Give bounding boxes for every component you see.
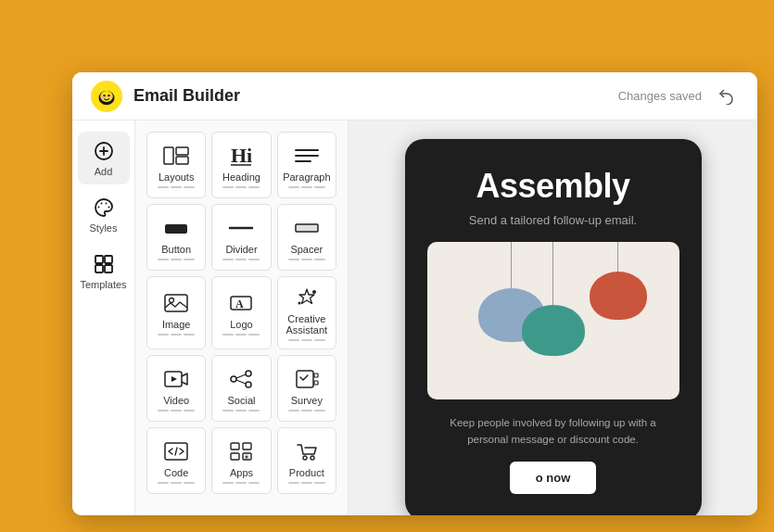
svg-rect-15 bbox=[105, 256, 112, 263]
button-label: Button bbox=[161, 244, 191, 255]
svg-rect-48 bbox=[231, 453, 239, 460]
nav-item-add[interactable]: Add bbox=[78, 132, 130, 184]
svg-point-5 bbox=[101, 95, 105, 98]
svg-rect-18 bbox=[164, 147, 173, 164]
nav-item-templates[interactable]: Templates bbox=[78, 245, 130, 298]
svg-point-30 bbox=[170, 298, 174, 303]
svg-text:A: A bbox=[235, 298, 244, 310]
svg-rect-14 bbox=[95, 256, 103, 263]
divider-label: Divider bbox=[225, 244, 257, 255]
content-grid: Layouts Hi Heading bbox=[146, 132, 336, 494]
layouts-dots bbox=[158, 186, 195, 188]
product-label: Product bbox=[289, 467, 324, 478]
apps-label: Apps bbox=[230, 467, 253, 478]
content-item-image[interactable]: Image bbox=[146, 276, 206, 349]
content-item-button[interactable]: Button bbox=[146, 204, 206, 271]
content-item-spacer[interactable]: Spacer bbox=[277, 204, 336, 271]
mailchimp-logo bbox=[91, 81, 122, 112]
changes-saved-status: Changes saved bbox=[618, 89, 702, 103]
svg-point-38 bbox=[231, 376, 236, 382]
social-label: Social bbox=[228, 395, 256, 406]
code-dots bbox=[158, 482, 195, 484]
code-icon bbox=[161, 440, 191, 462]
svg-point-34 bbox=[298, 302, 300, 305]
templates-icon bbox=[92, 252, 116, 276]
email-preview: Assembly Send a tailored follow-up email… bbox=[405, 139, 702, 515]
header: Email Builder Changes saved bbox=[72, 72, 757, 120]
svg-rect-26 bbox=[165, 224, 187, 234]
heading-dots bbox=[222, 186, 260, 188]
email-subtitle: Send a tailored follow-up email. bbox=[427, 213, 679, 227]
svg-rect-17 bbox=[105, 265, 112, 272]
content-item-code[interactable]: Code bbox=[146, 427, 206, 494]
paragraph-label: Paragraph bbox=[283, 171, 330, 183]
logo-icon: A bbox=[226, 292, 256, 314]
spacer-label: Spacer bbox=[290, 244, 323, 255]
content-item-heading[interactable]: Hi Heading bbox=[211, 132, 271, 198]
svg-rect-29 bbox=[165, 295, 187, 311]
heading-icon: Hi bbox=[226, 145, 256, 167]
button-dots bbox=[158, 259, 195, 260]
svg-point-10 bbox=[97, 207, 99, 209]
nav-item-styles[interactable]: Styles bbox=[78, 188, 130, 241]
spacer-icon bbox=[292, 217, 322, 239]
svg-rect-16 bbox=[95, 265, 103, 272]
svg-rect-46 bbox=[231, 443, 239, 450]
add-icon bbox=[92, 139, 116, 163]
image-icon bbox=[161, 292, 191, 314]
content-item-product[interactable]: Product bbox=[277, 427, 336, 494]
survey-label: Survey bbox=[291, 395, 323, 406]
email-cta-button[interactable]: o now bbox=[510, 462, 597, 494]
svg-rect-20 bbox=[176, 157, 188, 164]
nav-templates-label: Templates bbox=[80, 279, 126, 290]
svg-line-40 bbox=[236, 380, 246, 384]
email-title: Assembly bbox=[427, 167, 679, 206]
video-dots bbox=[158, 410, 195, 412]
svg-point-54 bbox=[311, 456, 314, 460]
apps-icon bbox=[226, 440, 256, 462]
image-dots bbox=[158, 334, 195, 336]
content-item-apps[interactable]: Apps bbox=[211, 427, 271, 494]
svg-point-37 bbox=[246, 382, 251, 387]
svg-rect-28 bbox=[296, 224, 318, 232]
header-title: Email Builder bbox=[133, 86, 618, 106]
content-item-layouts[interactable]: Layouts bbox=[146, 132, 206, 198]
logo-label: Logo bbox=[230, 319, 252, 330]
svg-rect-43 bbox=[314, 381, 318, 385]
content-item-creative-assistant[interactable]: Creative Assistant bbox=[277, 276, 336, 349]
paragraph-dots bbox=[288, 186, 325, 188]
styles-icon bbox=[92, 196, 116, 220]
content-item-social[interactable]: Social bbox=[211, 355, 271, 422]
content-item-video[interactable]: Video bbox=[146, 355, 206, 422]
nav-styles-label: Styles bbox=[90, 222, 118, 234]
email-body-text: Keep people involved by following up wit… bbox=[427, 414, 679, 449]
survey-dots bbox=[288, 410, 325, 412]
content-item-survey[interactable]: Survey bbox=[277, 355, 336, 422]
email-image-box bbox=[427, 242, 679, 399]
social-icon bbox=[226, 368, 256, 390]
product-dots bbox=[288, 482, 325, 484]
content-item-logo[interactable]: A Logo bbox=[211, 276, 271, 349]
layouts-label: Layouts bbox=[159, 171, 195, 183]
creative-assistant-icon bbox=[292, 286, 322, 309]
divider-dots bbox=[222, 259, 260, 260]
app-window: Email Builder Changes saved bbox=[72, 72, 757, 515]
svg-point-12 bbox=[105, 203, 107, 205]
svg-point-13 bbox=[108, 207, 109, 209]
header-right: Changes saved bbox=[618, 83, 739, 109]
content-item-paragraph[interactable]: Paragraph bbox=[277, 132, 336, 198]
svg-point-11 bbox=[100, 203, 102, 205]
content-item-divider[interactable]: Divider bbox=[211, 204, 271, 271]
undo-button[interactable] bbox=[713, 83, 739, 109]
svg-point-33 bbox=[312, 290, 316, 294]
code-label: Code bbox=[164, 467, 188, 478]
product-icon bbox=[292, 440, 322, 462]
svg-point-53 bbox=[303, 456, 307, 460]
content-panel: Layouts Hi Heading bbox=[135, 120, 349, 515]
image-label: Image bbox=[162, 319, 191, 330]
svg-point-6 bbox=[108, 95, 112, 98]
svg-line-45 bbox=[175, 448, 177, 455]
creative-assistant-label: Creative Assistant bbox=[282, 313, 332, 336]
svg-rect-47 bbox=[243, 443, 251, 450]
left-nav: Add Styles bbox=[72, 120, 135, 515]
